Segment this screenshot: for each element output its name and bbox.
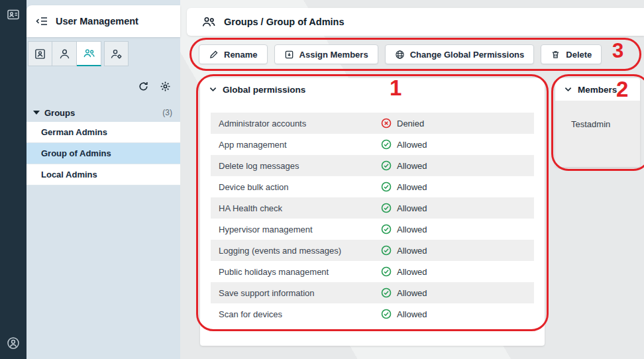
change-global-permissions-button[interactable]: Change Global Permissions [385,44,535,64]
user-card-icon[interactable] [7,8,20,21]
person-badge-icon [34,48,46,60]
assign-members-label: Assign Members [299,50,368,60]
status-icon [381,309,392,319]
status-label: Allowed [397,140,427,150]
sidebar-header: User Management [27,5,180,37]
sidebar-toolbar [138,76,171,97]
circle-check-icon [381,266,392,277]
delete-button[interactable]: Delete [541,44,602,64]
status-label: Allowed [397,267,427,277]
tree-count-badge: (3) [162,108,172,117]
status-icon [381,245,392,256]
status-label: Allowed [397,246,427,256]
status-icon [381,118,392,128]
box-arrow-in-icon [284,50,294,60]
assign-members-button[interactable]: Assign Members [274,44,378,64]
permission-row: Logging (events and messages) Allowed [211,240,534,261]
permission-row: App management Allowed [211,134,534,155]
pencil-icon [209,50,219,60]
circle-check-icon [381,139,392,150]
tab-users[interactable] [52,41,77,66]
status-label: Allowed [397,309,427,319]
activity-bar [0,0,27,359]
circle-check-icon [381,181,392,192]
people-icon [83,47,95,60]
tab-roles[interactable] [104,41,129,66]
status-label: Allowed [397,288,427,298]
members-title: Members [578,85,617,95]
status-icon [381,160,392,171]
tab-groups[interactable] [77,41,101,66]
tree-item-label: Group of Admins [41,148,111,158]
members-panel: Members Testadmin [555,78,640,167]
change-global-permissions-label: Change Global Permissions [410,50,525,60]
circle-check-icon [381,287,392,298]
chevron-down-icon [564,87,572,92]
tree-item-group-of-admins[interactable]: Group of Admins [27,143,180,164]
tree-item-label: German Admins [41,127,107,137]
status-label: Allowed [397,203,427,213]
account-icon[interactable] [7,336,20,350]
person-gear-icon [110,48,123,60]
caret-down-icon [33,110,40,115]
circle-check-icon [381,224,392,234]
tree-root-label: Groups [44,108,75,118]
circle-x-icon [381,118,392,128]
tree-item-label: Local Admins [41,170,97,180]
status-label: Allowed [397,182,427,192]
permission-row: Hypervisor management Allowed [211,219,534,240]
settings-icon[interactable] [160,81,171,92]
rename-label: Rename [224,50,258,60]
permission-row: HA Health check Allowed [211,197,534,219]
refresh-icon[interactable] [138,81,149,92]
collapse-sidebar-icon[interactable] [36,17,48,26]
permissions-table: Administrator accounts Denied App manage… [211,113,534,325]
trash-icon [551,50,561,60]
permission-row: Administrator accounts Denied [211,113,534,134]
tab-operators[interactable] [28,41,52,66]
tree-groups-header[interactable]: Groups (3) [27,103,180,122]
status-icon [381,181,392,192]
permission-row: Scan for devices Allowed [211,303,534,325]
circle-check-icon [381,245,392,256]
members-list: Testadmin [555,101,640,167]
status-icon [381,266,392,277]
status-icon [381,287,392,298]
status-icon [381,139,392,150]
groups-icon [201,16,216,28]
group-list: German Admins Group of Admins Local Admi… [27,122,180,185]
sidebar: User Management [27,0,180,359]
circle-check-icon [381,309,392,319]
members-header[interactable]: Members [555,78,640,101]
sidebar-tabs [28,41,129,66]
sidebar-title: User Management [56,16,138,26]
breadcrumb: Groups / Group of Admins [224,17,345,27]
global-permissions-title: Global permissions [223,85,305,95]
group-actions-toolbar: Rename Assign Members Change Global Perm… [199,44,602,64]
permission-row: Public holidays management Allowed [211,261,534,282]
breadcrumb-bar: Groups / Group of Admins [187,8,644,36]
permission-row: Save support information Allowed [211,282,534,303]
tree-item-german-admins[interactable]: German Admins [27,122,180,143]
user-management-screen: User Management [0,0,644,359]
circle-check-icon [381,160,392,171]
tree-item-local-admins[interactable]: Local Admins [27,164,180,185]
rename-button[interactable]: Rename [199,44,268,64]
status-label: Denied [397,119,424,128]
global-permissions-header[interactable]: Global permissions [200,78,545,101]
member-item[interactable]: Testadmin [571,119,640,129]
status-label: Allowed [397,225,427,234]
status-label: Allowed [397,161,427,171]
status-icon [381,203,392,213]
status-icon [381,224,392,234]
delete-label: Delete [566,50,592,60]
chevron-down-icon [209,87,217,92]
callout-number-3: 3 [612,39,623,63]
globe-icon [395,50,405,60]
global-permissions-panel: Global permissions Administrator account… [200,78,545,346]
permission-row: Delete log messages Allowed [211,155,534,176]
circle-check-icon [381,203,392,213]
permission-row: Device bulk action Allowed [211,176,534,197]
person-icon [58,48,71,60]
